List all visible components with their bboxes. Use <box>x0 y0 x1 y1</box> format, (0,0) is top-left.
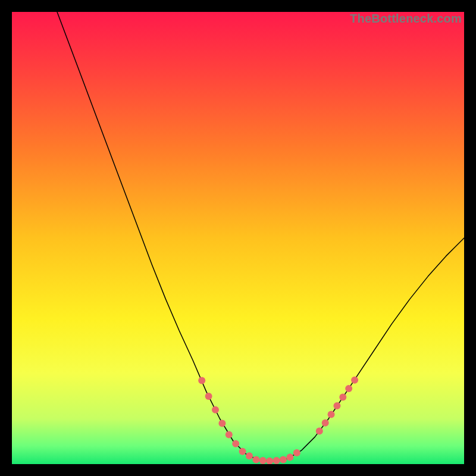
marker-dot <box>239 448 246 455</box>
bottleneck-chart <box>12 12 464 464</box>
marker-dot <box>205 393 212 400</box>
marker-dot <box>328 411 335 418</box>
marker-dot <box>316 428 323 435</box>
watermark-text: TheBottleneck.com <box>350 12 462 26</box>
marker-dot <box>322 419 329 427</box>
marker-dot <box>280 456 287 463</box>
chart-background <box>12 12 464 464</box>
chart-frame: TheBottleneck.com <box>12 12 464 464</box>
marker-dot <box>345 385 352 392</box>
marker-dot <box>252 456 259 463</box>
marker-dot <box>218 420 226 427</box>
marker-dot <box>286 454 293 461</box>
marker-dot <box>198 377 205 384</box>
marker-dot <box>273 457 280 464</box>
marker-dot <box>351 377 358 384</box>
marker-dot <box>259 457 267 464</box>
marker-dot <box>212 406 219 414</box>
marker-dot <box>226 431 233 439</box>
marker-dot <box>246 452 253 459</box>
marker-dot <box>293 449 300 456</box>
marker-dot <box>339 394 346 401</box>
marker-dot <box>232 440 239 447</box>
marker-dot <box>333 402 340 409</box>
